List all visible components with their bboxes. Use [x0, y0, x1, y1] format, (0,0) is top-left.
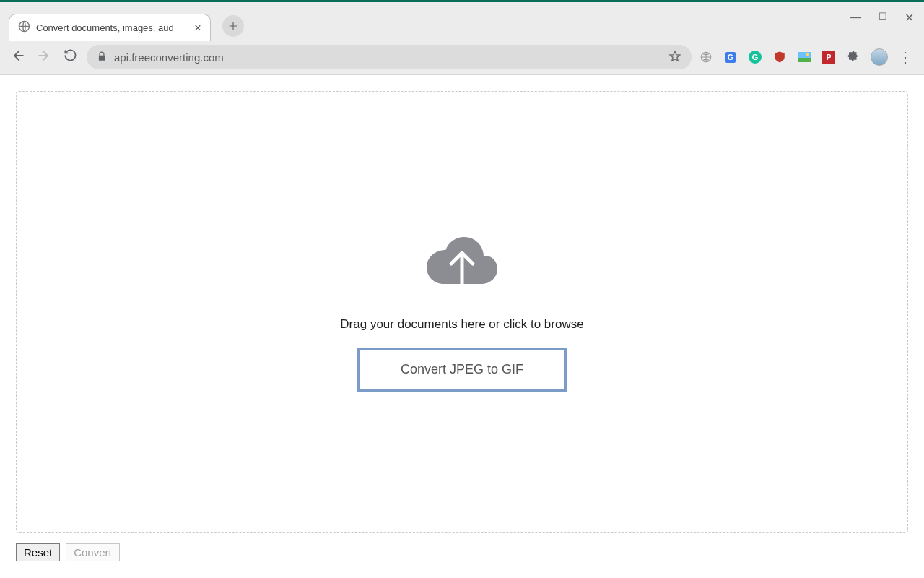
profile-avatar[interactable] [871, 48, 888, 66]
browser-chrome: Convert documents, images, aud × — ☐ ✕ a… [0, 0, 924, 75]
new-tab-button[interactable] [222, 15, 244, 37]
star-icon[interactable] [668, 50, 681, 65]
grammarly-icon[interactable]: G [748, 50, 762, 64]
convert-button: Convert [66, 543, 120, 561]
window-controls: — ☐ ✕ [850, 11, 914, 25]
pdf-ext-icon[interactable]: P [821, 50, 836, 64]
puzzle-icon[interactable] [846, 50, 860, 64]
dropzone-hint: Drag your documents here or click to bro… [340, 317, 583, 332]
globe-icon [18, 20, 30, 35]
kebab-menu-icon[interactable]: ⋮ [898, 48, 912, 66]
upload-dropzone[interactable]: Drag your documents here or click to bro… [16, 91, 908, 533]
web-icon[interactable] [699, 50, 713, 64]
url-text: api.freeconverting.com [114, 51, 661, 64]
reload-icon[interactable] [61, 48, 79, 66]
address-bar[interactable]: api.freeconverting.com [87, 45, 692, 69]
ublock-icon[interactable] [772, 50, 787, 64]
forward-icon [35, 48, 53, 66]
minimize-icon[interactable]: — [850, 11, 861, 25]
browse-button[interactable]: Convert JPEG to GIF [357, 348, 567, 392]
translate-icon[interactable]: G [723, 50, 738, 64]
back-icon[interactable] [9, 48, 27, 66]
footer-buttons: Reset Convert [16, 543, 908, 561]
cloud-upload-icon [422, 233, 502, 301]
window-close-icon[interactable]: ✕ [905, 11, 914, 25]
tab-title: Convert documents, images, aud [36, 22, 187, 33]
reset-button[interactable]: Reset [16, 543, 60, 561]
photo-icon[interactable] [797, 50, 811, 64]
page-content: Drag your documents here or click to bro… [0, 75, 924, 561]
close-icon[interactable]: × [193, 21, 203, 35]
toolbar: api.freeconverting.com G G P ⋮ [0, 40, 924, 74]
tab-strip: Convert documents, images, aud × — ☐ ✕ [0, 2, 924, 40]
browser-tab[interactable]: Convert documents, images, aud × [9, 14, 211, 41]
lock-icon [97, 51, 107, 64]
maximize-icon[interactable]: ☐ [879, 11, 887, 25]
extensions-row: G G P ⋮ [699, 48, 915, 66]
